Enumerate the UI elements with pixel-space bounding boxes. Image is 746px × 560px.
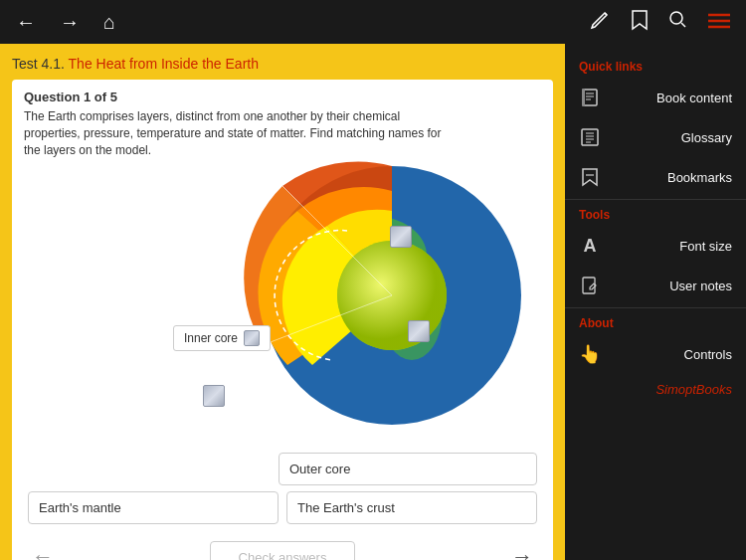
book-content-label: Book content <box>611 91 732 105</box>
glossary-icon <box>579 126 601 148</box>
drag-handle-inner-core[interactable] <box>244 330 260 346</box>
brand: SimoptBooks <box>565 374 746 405</box>
sidebar-item-user-notes[interactable]: User notes <box>565 266 746 305</box>
main-layout: Test 4.1. The Heat from Inside the Earth… <box>0 44 746 560</box>
user-notes-icon <box>579 275 601 296</box>
earth-mantle-input[interactable] <box>28 491 279 524</box>
user-notes-label: User notes <box>611 279 732 293</box>
sidebar-item-book-content[interactable]: Book content <box>565 78 746 117</box>
earth-diagram <box>173 146 551 445</box>
sidebar-item-controls[interactable]: 👆 Controls <box>565 334 746 374</box>
content-area: Test 4.1. The Heat from Inside the Earth… <box>0 44 565 560</box>
sidebar-item-font-size[interactable]: A Font size <box>565 226 746 266</box>
font-size-label: Font size <box>611 239 732 254</box>
earth-crust-input[interactable] <box>286 491 537 524</box>
home-button[interactable]: ⌂ <box>103 11 115 34</box>
answers-row <box>24 491 541 524</box>
svg-rect-8 <box>582 89 585 106</box>
svg-point-0 <box>670 12 682 24</box>
quick-links-title: Quick links <box>565 54 746 78</box>
search-icon[interactable] <box>668 10 688 35</box>
inner-core-label[interactable]: Inner core <box>173 325 271 351</box>
inner-core-text: Inner core <box>184 331 238 345</box>
diagram-area: Inner core <box>24 166 541 445</box>
svg-rect-7 <box>583 90 597 105</box>
top-bar-right <box>589 9 730 36</box>
tools-title: Tools <box>565 202 746 226</box>
svg-rect-10 <box>583 278 595 293</box>
sidebar-item-glossary[interactable]: Glossary <box>565 117 746 157</box>
bookmarks-icon <box>579 166 601 188</box>
about-title: About <box>565 310 746 334</box>
drop-zone-1[interactable] <box>390 226 412 248</box>
white-box: Question 1 of 5 The Earth comprises laye… <box>12 80 553 560</box>
controls-label: Controls <box>611 347 732 362</box>
top-bar: ← → ⌂ <box>0 0 746 44</box>
book-content-icon <box>579 87 601 108</box>
font-size-icon: A <box>579 235 601 257</box>
question-header: Question 1 of 5 <box>24 90 541 104</box>
prev-button[interactable]: ← <box>28 540 58 560</box>
menu-icon[interactable] <box>708 11 730 34</box>
forward-button[interactable]: → <box>60 11 80 34</box>
top-bar-left: ← → ⌂ <box>16 11 115 34</box>
back-button[interactable]: ← <box>16 11 36 34</box>
bookmark-icon[interactable] <box>631 9 649 36</box>
controls-icon: 👆 <box>579 343 601 365</box>
edit-icon[interactable] <box>589 9 611 36</box>
bookmarks-label: Bookmarks <box>611 170 732 185</box>
sidebar-item-bookmarks[interactable]: Bookmarks <box>565 157 746 197</box>
next-button[interactable]: → <box>507 540 537 560</box>
sidebar: Quick links Book content Glossary <box>565 44 746 560</box>
drop-zone-2[interactable] <box>408 320 430 342</box>
divider-1 <box>565 199 746 200</box>
test-title: Test 4.1. The Heat from Inside the Earth <box>12 56 553 72</box>
glossary-label: Glossary <box>611 130 732 145</box>
test-prefix: Test 4.1. <box>12 56 65 72</box>
outer-core-input[interactable] <box>279 453 537 485</box>
bottom-row: ← Check answers → <box>24 532 541 560</box>
svg-rect-9 <box>582 129 598 145</box>
divider-2 <box>565 307 746 308</box>
drop-zone-3[interactable] <box>203 385 225 407</box>
test-title-text: The Heat from Inside the Earth <box>69 56 259 72</box>
check-answers-button[interactable]: Check answers <box>210 541 356 560</box>
